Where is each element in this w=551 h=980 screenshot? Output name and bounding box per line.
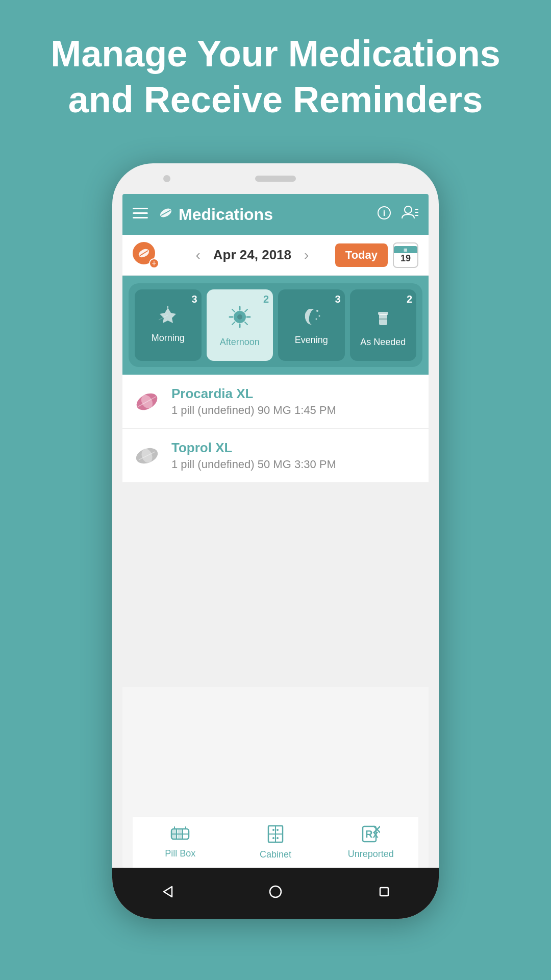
calendar-day: 19: [400, 253, 411, 264]
morning-icon: [157, 306, 179, 329]
svg-rect-1: [133, 212, 148, 214]
nav-unreported[interactable]: Rx Unreported: [323, 820, 418, 865]
svg-point-29: [316, 318, 317, 320]
afternoon-count: 2: [263, 293, 269, 305]
add-medication-button[interactable]: +: [133, 242, 159, 268]
svg-point-28: [319, 315, 320, 317]
evening-label: Evening: [295, 335, 328, 346]
evening-count: 3: [335, 293, 340, 305]
as-needed-slot[interactable]: 2 As Needed: [350, 289, 417, 361]
svg-point-59: [270, 886, 281, 897]
svg-point-26: [237, 314, 242, 320]
bottom-navigation: Pill Box Cabinet: [133, 817, 418, 868]
svg-rect-60: [380, 888, 388, 896]
svg-rect-0: [133, 208, 148, 209]
today-button[interactable]: Today: [335, 243, 388, 267]
as-needed-label: As Needed: [360, 337, 406, 348]
pillbox-slots: 3 Morning 2: [129, 283, 422, 367]
calendar-button[interactable]: ▦ 19: [393, 242, 418, 268]
svg-marker-58: [164, 887, 172, 897]
android-home-button[interactable]: [268, 885, 283, 902]
medication-item[interactable]: Toprol XL 1 pill (undefined) 50 MG 3:30 …: [122, 429, 429, 483]
svg-point-51: [277, 829, 279, 831]
pillbox-container: 3 Morning 2: [122, 276, 429, 375]
svg-rect-31: [378, 312, 388, 315]
date-navigation: ‹ Apr 24, 2018 ›: [169, 242, 335, 268]
info-icon[interactable]: i: [378, 206, 391, 223]
current-date: Apr 24, 2018: [213, 247, 291, 263]
as-needed-count: 2: [407, 293, 412, 305]
android-back-button[interactable]: [160, 885, 174, 902]
medication-list: Procardia XL 1 pill (undefined) 90 MG 1:…: [122, 375, 429, 483]
hero-line2: and Receive Reminders: [31, 77, 520, 122]
profile-icon[interactable]: [401, 205, 418, 224]
unreported-nav-label: Unreported: [348, 849, 394, 860]
medication-name: Procardia XL: [171, 386, 418, 402]
hero-text: Manage Your Medications and Receive Remi…: [0, 31, 551, 122]
page-title: Medications: [179, 205, 378, 224]
medication-pill-image: [133, 387, 161, 416]
app-header: Medications i: [122, 194, 429, 235]
cabinet-nav-icon: [267, 825, 284, 847]
svg-line-21: [232, 309, 235, 312]
android-nav-bar: [112, 868, 439, 919]
afternoon-icon: [229, 306, 251, 333]
medication-item[interactable]: Procardia XL 1 pill (undefined) 90 MG 1:…: [122, 375, 429, 429]
medication-info: Procardia XL 1 pill (undefined) 90 MG 1:…: [171, 386, 418, 417]
phone-top-bar: [112, 163, 439, 194]
date-bar: + ‹ Apr 24, 2018 › Today ▦ 19: [122, 235, 429, 276]
prev-date-button[interactable]: ‹: [190, 242, 205, 268]
medication-name: Toprol XL: [171, 440, 418, 456]
medication-detail: 1 pill (undefined) 90 MG 1:45 PM: [171, 404, 418, 417]
svg-point-53: [277, 837, 279, 839]
svg-line-22: [245, 309, 247, 312]
svg-text:i: i: [383, 209, 385, 217]
medication-pill-image: [133, 442, 161, 470]
cabinet-nav-label: Cabinet: [260, 849, 291, 860]
speaker-grill: [255, 176, 296, 182]
camera-dot: [163, 175, 170, 182]
menu-icon[interactable]: [133, 206, 148, 223]
afternoon-slot[interactable]: 2: [207, 289, 273, 361]
nav-cabinet[interactable]: Cabinet: [228, 820, 323, 865]
nav-pillbox[interactable]: Pill Box: [133, 821, 228, 864]
as-needed-icon: [372, 306, 394, 333]
pillbox-nav-icon: [170, 826, 190, 846]
afternoon-label: Afternoon: [220, 337, 260, 348]
morning-count: 3: [191, 293, 197, 305]
svg-line-24: [245, 322, 247, 325]
evening-icon: [300, 306, 322, 331]
hero-line1: Manage Your Medications: [31, 31, 520, 77]
evening-slot[interactable]: 3 Evening: [278, 289, 345, 361]
svg-point-7: [405, 206, 412, 213]
medication-info: Toprol XL 1 pill (undefined) 50 MG 3:30 …: [171, 440, 418, 471]
unreported-nav-icon: Rx: [362, 825, 380, 847]
content-area: [122, 483, 429, 687]
phone-screen: Medications i: [122, 194, 429, 868]
morning-slot[interactable]: 3 Morning: [135, 289, 202, 361]
pillbox-nav-label: Pill Box: [165, 848, 195, 859]
svg-point-50: [272, 829, 274, 831]
phone-shell: Medications i: [112, 163, 439, 919]
svg-point-27: [316, 310, 318, 312]
android-recents-button[interactable]: [377, 885, 391, 902]
pill-icon: [158, 205, 173, 224]
svg-line-23: [232, 322, 235, 325]
next-date-button[interactable]: ›: [299, 242, 314, 268]
medication-detail: 1 pill (undefined) 50 MG 3:30 PM: [171, 458, 418, 471]
svg-point-52: [272, 837, 274, 839]
svg-rect-2: [133, 217, 148, 218]
morning-label: Morning: [152, 333, 185, 344]
